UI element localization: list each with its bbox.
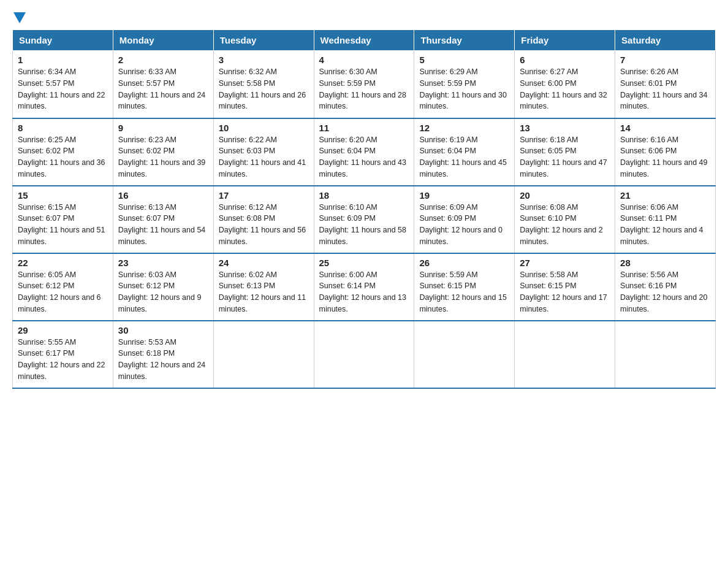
day-info: Sunrise: 6:30 AMSunset: 5:59 PMDaylight:… xyxy=(319,66,409,112)
calendar-cell: 29Sunrise: 5:55 AMSunset: 6:17 PMDayligh… xyxy=(13,321,113,388)
logo xyxy=(12,12,26,20)
day-info: Sunrise: 6:05 AMSunset: 6:12 PMDaylight:… xyxy=(18,269,108,315)
calendar-cell: 17Sunrise: 6:12 AMSunset: 6:08 PMDayligh… xyxy=(213,186,314,253)
day-info: Sunrise: 6:10 AMSunset: 6:09 PMDaylight:… xyxy=(319,202,409,248)
calendar-cell: 5Sunrise: 6:29 AMSunset: 5:59 PMDaylight… xyxy=(414,51,515,118)
day-info: Sunrise: 6:33 AMSunset: 5:57 PMDaylight:… xyxy=(118,66,208,112)
calendar-cell: 2Sunrise: 6:33 AMSunset: 5:57 PMDaylight… xyxy=(113,51,213,118)
day-number: 28 xyxy=(620,258,710,268)
header-day-thursday: Thursday xyxy=(414,30,515,51)
day-info: Sunrise: 6:12 AMSunset: 6:08 PMDaylight:… xyxy=(219,202,309,248)
calendar-cell: 12Sunrise: 6:19 AMSunset: 6:04 PMDayligh… xyxy=(414,118,515,186)
day-info: Sunrise: 6:00 AMSunset: 6:14 PMDaylight:… xyxy=(319,269,409,315)
calendar-cell: 26Sunrise: 5:59 AMSunset: 6:15 PMDayligh… xyxy=(414,253,515,321)
day-info: Sunrise: 5:59 AMSunset: 6:15 PMDaylight:… xyxy=(419,269,509,315)
day-number: 4 xyxy=(319,55,409,65)
day-number: 16 xyxy=(118,190,208,201)
day-number: 3 xyxy=(219,55,309,65)
calendar-cell: 9Sunrise: 6:23 AMSunset: 6:02 PMDaylight… xyxy=(113,118,213,186)
day-info: Sunrise: 6:25 AMSunset: 6:02 PMDaylight:… xyxy=(18,134,108,180)
day-number: 29 xyxy=(18,325,108,335)
calendar-cell: 1Sunrise: 6:34 AMSunset: 5:57 PMDaylight… xyxy=(13,51,113,118)
day-info: Sunrise: 6:34 AMSunset: 5:57 PMDaylight:… xyxy=(18,66,108,112)
day-number: 24 xyxy=(219,258,309,268)
header-day-saturday: Saturday xyxy=(615,30,716,51)
day-info: Sunrise: 6:09 AMSunset: 6:09 PMDaylight:… xyxy=(419,202,509,248)
calendar-cell: 28Sunrise: 5:56 AMSunset: 6:16 PMDayligh… xyxy=(615,253,716,321)
day-number: 12 xyxy=(419,123,509,133)
header-day-tuesday: Tuesday xyxy=(213,30,314,51)
calendar-cell: 25Sunrise: 6:00 AMSunset: 6:14 PMDayligh… xyxy=(314,253,414,321)
logo-triangle-icon xyxy=(13,12,26,23)
day-info: Sunrise: 5:56 AMSunset: 6:16 PMDaylight:… xyxy=(620,269,710,315)
day-number: 7 xyxy=(620,55,710,65)
calendar-cell: 18Sunrise: 6:10 AMSunset: 6:09 PMDayligh… xyxy=(314,186,414,253)
day-number: 11 xyxy=(319,123,409,133)
calendar-cell: 11Sunrise: 6:20 AMSunset: 6:04 PMDayligh… xyxy=(314,118,414,186)
calendar-cell: 10Sunrise: 6:22 AMSunset: 6:03 PMDayligh… xyxy=(213,118,314,186)
day-info: Sunrise: 6:27 AMSunset: 6:00 PMDaylight:… xyxy=(520,66,610,112)
day-info: Sunrise: 6:18 AMSunset: 6:05 PMDaylight:… xyxy=(520,134,610,180)
calendar-header-row: SundayMondayTuesdayWednesdayThursdayFrid… xyxy=(13,30,716,51)
day-info: Sunrise: 6:29 AMSunset: 5:59 PMDaylight:… xyxy=(419,66,509,112)
day-number: 27 xyxy=(520,258,610,268)
calendar-cell: 22Sunrise: 6:05 AMSunset: 6:12 PMDayligh… xyxy=(13,253,113,321)
calendar-cell: 21Sunrise: 6:06 AMSunset: 6:11 PMDayligh… xyxy=(615,186,716,253)
day-info: Sunrise: 6:16 AMSunset: 6:06 PMDaylight:… xyxy=(620,134,710,180)
calendar-cell xyxy=(515,321,615,388)
calendar-week-row: 8Sunrise: 6:25 AMSunset: 6:02 PMDaylight… xyxy=(13,118,716,186)
header-day-sunday: Sunday xyxy=(13,30,113,51)
day-number: 26 xyxy=(419,258,509,268)
day-number: 23 xyxy=(118,258,208,268)
day-info: Sunrise: 6:32 AMSunset: 5:58 PMDaylight:… xyxy=(219,66,309,112)
day-number: 10 xyxy=(219,123,309,133)
calendar-week-row: 22Sunrise: 6:05 AMSunset: 6:12 PMDayligh… xyxy=(13,253,716,321)
day-info: Sunrise: 6:19 AMSunset: 6:04 PMDaylight:… xyxy=(419,134,509,180)
calendar-week-row: 1Sunrise: 6:34 AMSunset: 5:57 PMDaylight… xyxy=(13,51,716,118)
day-number: 2 xyxy=(118,55,208,65)
day-number: 30 xyxy=(118,325,208,335)
day-number: 1 xyxy=(18,55,108,65)
calendar-cell: 7Sunrise: 6:26 AMSunset: 6:01 PMDaylight… xyxy=(615,51,716,118)
calendar-cell: 30Sunrise: 5:53 AMSunset: 6:18 PMDayligh… xyxy=(113,321,213,388)
day-info: Sunrise: 5:58 AMSunset: 6:15 PMDaylight:… xyxy=(520,269,610,315)
day-number: 21 xyxy=(620,190,710,201)
day-info: Sunrise: 6:03 AMSunset: 6:12 PMDaylight:… xyxy=(118,269,208,315)
header-day-wednesday: Wednesday xyxy=(314,30,414,51)
header-day-monday: Monday xyxy=(113,30,213,51)
calendar-cell: 14Sunrise: 6:16 AMSunset: 6:06 PMDayligh… xyxy=(615,118,716,186)
day-info: Sunrise: 6:23 AMSunset: 6:02 PMDaylight:… xyxy=(118,134,208,180)
header-day-friday: Friday xyxy=(515,30,615,51)
calendar-cell: 8Sunrise: 6:25 AMSunset: 6:02 PMDaylight… xyxy=(13,118,113,186)
calendar-cell xyxy=(213,321,314,388)
day-number: 22 xyxy=(18,258,108,268)
day-number: 8 xyxy=(18,123,108,133)
day-number: 17 xyxy=(219,190,309,201)
calendar-cell xyxy=(615,321,716,388)
calendar-week-row: 15Sunrise: 6:15 AMSunset: 6:07 PMDayligh… xyxy=(13,186,716,253)
calendar-cell: 3Sunrise: 6:32 AMSunset: 5:58 PMDaylight… xyxy=(213,51,314,118)
calendar-cell: 20Sunrise: 6:08 AMSunset: 6:10 PMDayligh… xyxy=(515,186,615,253)
calendar-cell xyxy=(314,321,414,388)
day-info: Sunrise: 6:15 AMSunset: 6:07 PMDaylight:… xyxy=(18,202,108,248)
page-header xyxy=(12,12,716,20)
day-number: 13 xyxy=(520,123,610,133)
day-info: Sunrise: 5:53 AMSunset: 6:18 PMDaylight:… xyxy=(118,337,208,383)
calendar-cell: 6Sunrise: 6:27 AMSunset: 6:00 PMDaylight… xyxy=(515,51,615,118)
calendar-cell: 16Sunrise: 6:13 AMSunset: 6:07 PMDayligh… xyxy=(113,186,213,253)
day-info: Sunrise: 5:55 AMSunset: 6:17 PMDaylight:… xyxy=(18,337,108,383)
day-number: 14 xyxy=(620,123,710,133)
calendar-cell: 4Sunrise: 6:30 AMSunset: 5:59 PMDaylight… xyxy=(314,51,414,118)
day-number: 15 xyxy=(18,190,108,201)
day-number: 9 xyxy=(118,123,208,133)
calendar-cell xyxy=(414,321,515,388)
day-info: Sunrise: 6:02 AMSunset: 6:13 PMDaylight:… xyxy=(219,269,309,315)
day-info: Sunrise: 6:08 AMSunset: 6:10 PMDaylight:… xyxy=(520,202,610,248)
calendar-week-row: 29Sunrise: 5:55 AMSunset: 6:17 PMDayligh… xyxy=(13,321,716,388)
calendar-cell: 13Sunrise: 6:18 AMSunset: 6:05 PMDayligh… xyxy=(515,118,615,186)
day-info: Sunrise: 6:26 AMSunset: 6:01 PMDaylight:… xyxy=(620,66,710,112)
day-info: Sunrise: 6:20 AMSunset: 6:04 PMDaylight:… xyxy=(319,134,409,180)
calendar-table: SundayMondayTuesdayWednesdayThursdayFrid… xyxy=(12,29,716,389)
day-number: 20 xyxy=(520,190,610,201)
calendar-cell: 27Sunrise: 5:58 AMSunset: 6:15 PMDayligh… xyxy=(515,253,615,321)
